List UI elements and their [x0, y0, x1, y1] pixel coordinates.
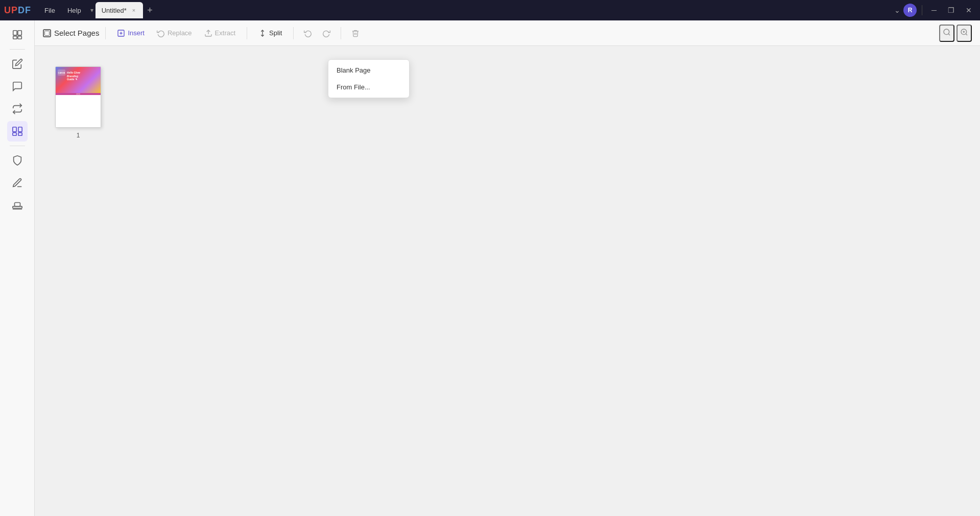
hello-glow-text: Hello Glow [67, 71, 80, 75]
from-file-item[interactable]: From File... [328, 79, 409, 96]
split-btn[interactable]: Split [253, 27, 287, 40]
svg-rect-5 [18, 127, 21, 132]
logo-box: CANVA [58, 69, 65, 76]
sidebar-divider-1 [10, 49, 25, 50]
extract-btn[interactable]: Extract [199, 27, 241, 40]
page-white-area [56, 95, 101, 128]
tab-dropdown-arrow[interactable]: ▾ [90, 7, 93, 14]
zoom-in-icon [960, 28, 968, 36]
select-all-checkbox[interactable] [43, 29, 51, 37]
svg-rect-0 [13, 31, 16, 35]
search-icon [943, 28, 951, 36]
sidebar-divider-2 [10, 146, 25, 146]
title-bar: UPDF File Help ▾ Untitled* × + ⌄ R ─ ❐ ✕ [0, 0, 980, 20]
svg-rect-7 [18, 133, 21, 136]
replace-icon [157, 29, 165, 37]
extract-icon [204, 29, 212, 37]
close-btn[interactable]: ✕ [962, 5, 976, 15]
blank-page-item[interactable]: Blank Page [328, 62, 409, 79]
select-pages-control[interactable]: Select Pages [43, 29, 99, 37]
sidebar-icon-comment[interactable] [7, 76, 28, 97]
sidebar-icon-stamp[interactable] [7, 195, 28, 216]
replace-btn[interactable]: Replace [152, 27, 197, 40]
toolbar-divider-3 [293, 27, 294, 39]
svg-rect-11 [45, 31, 50, 35]
title-menu: File Help [39, 5, 86, 16]
toolbar-divider-4 [341, 27, 341, 39]
logo-text: CANVA [58, 72, 65, 74]
sidebar-icon-pages[interactable] [7, 25, 28, 45]
svg-rect-3 [17, 36, 21, 39]
rotate-right-icon [322, 29, 330, 37]
tab-title: Untitled* [102, 7, 127, 14]
new-tab-btn[interactable]: + [143, 4, 157, 17]
zoom-in-btn[interactable] [957, 25, 972, 42]
main-toolbar: Select Pages Insert Replace [35, 20, 980, 46]
maximize-btn[interactable]: ❐ [944, 5, 959, 15]
sidebar-icon-convert[interactable] [7, 99, 28, 119]
insert-label: Insert [128, 29, 145, 37]
canva-label: canva [76, 93, 80, 95]
delete-btn[interactable] [347, 27, 364, 40]
rotate-right-btn[interactable] [318, 27, 334, 40]
page-item-1[interactable]: CANVA Hello Glow Branding Guide ✎ canva [55, 66, 101, 139]
toolbar-divider-1 [105, 27, 106, 39]
select-pages-label: Select Pages [54, 29, 99, 37]
svg-line-18 [948, 34, 950, 35]
svg-point-17 [944, 29, 949, 35]
svg-line-20 [966, 34, 967, 35]
tab-close-btn[interactable]: × [131, 7, 137, 14]
window-controls: ⌄ R ─ ❐ ✕ [894, 4, 976, 17]
thumbnail-header: CANVA Hello Glow Branding Guide ✎ canva [56, 67, 101, 95]
app-logo: UPDF [4, 5, 31, 16]
extract-label: Extract [215, 29, 235, 37]
replace-label: Replace [168, 29, 192, 37]
svg-rect-6 [12, 133, 16, 136]
active-tab[interactable]: Untitled* × [95, 2, 144, 18]
tab-bar: ▾ Untitled* × + [90, 2, 894, 18]
guide-text: Guide ✎ [67, 78, 80, 81]
toolbar-divider-2 [247, 27, 247, 39]
minimize-btn[interactable]: ─ [927, 5, 941, 15]
sidebar-icon-edit[interactable] [7, 54, 28, 74]
page-canvas: CANVA Hello Glow Branding Guide ✎ canva [35, 46, 980, 516]
file-menu[interactable]: File [39, 5, 60, 16]
split-label: Split [269, 29, 282, 37]
main-layout: ◀ Select Pages Insert [0, 20, 980, 516]
svg-rect-4 [12, 127, 16, 132]
insert-btn[interactable]: Insert [112, 27, 150, 40]
sidebar-icon-sign[interactable] [7, 173, 28, 193]
svg-rect-1 [17, 31, 21, 35]
rotate-left-btn[interactable] [300, 27, 316, 40]
split-icon [258, 29, 267, 37]
branding-title: Hello Glow Branding Guide ✎ [67, 71, 80, 81]
rotate-left-icon [304, 29, 312, 37]
page-number-1: 1 [77, 132, 80, 139]
delete-icon [351, 29, 360, 37]
help-menu[interactable]: Help [62, 5, 86, 16]
tabs-dropdown-btn[interactable]: ⌄ [894, 6, 900, 14]
insert-dropdown: Blank Page From File... [328, 59, 410, 98]
user-avatar[interactable]: R [903, 4, 917, 17]
svg-rect-2 [13, 36, 16, 39]
page-thumbnail-1[interactable]: CANVA Hello Glow Branding Guide ✎ canva [55, 66, 101, 128]
search-btn[interactable] [939, 25, 954, 42]
sidebar-icon-organize[interactable] [7, 121, 28, 142]
sidebar-icon-protect[interactable] [7, 150, 28, 171]
content-area: Select Pages Insert Replace [35, 20, 980, 516]
svg-rect-9 [14, 203, 20, 206]
insert-icon [117, 29, 125, 37]
sidebar: ◀ [0, 20, 35, 516]
bottom-bar: canva [56, 93, 101, 95]
